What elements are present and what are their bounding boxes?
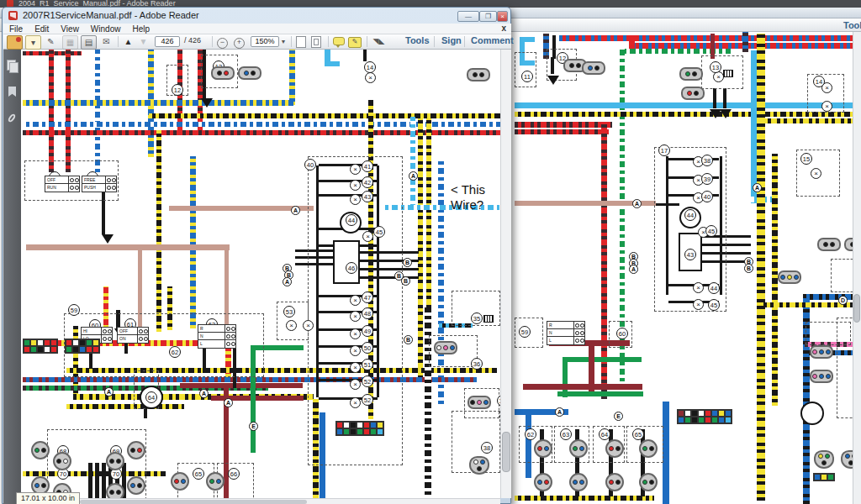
menu-view[interactable]: View bbox=[55, 24, 85, 34]
restore-button[interactable]: ❐ bbox=[479, 11, 497, 22]
previous-page-icon[interactable]: ▲ bbox=[121, 35, 135, 48]
component-number: 12 bbox=[172, 84, 183, 96]
attachments-icon[interactable] bbox=[7, 113, 18, 125]
bulb-icon: × bbox=[350, 345, 361, 356]
connector-tri-icon bbox=[469, 456, 489, 475]
component-box bbox=[831, 259, 853, 292]
compose-icon[interactable]: ✎ bbox=[44, 35, 58, 48]
wire-letter: A bbox=[555, 407, 564, 417]
menu-edit[interactable]: Edit bbox=[29, 24, 55, 34]
close-document-icon[interactable]: x bbox=[501, 24, 506, 34]
wire bbox=[515, 496, 654, 501]
background-vertical-scrollbar[interactable] bbox=[853, 32, 861, 504]
menu-help[interactable]: Help bbox=[126, 24, 156, 34]
open-icon[interactable] bbox=[7, 35, 23, 50]
bookmarks-icon[interactable] bbox=[7, 87, 18, 98]
close-button[interactable]: × bbox=[497, 11, 508, 22]
scrollbar-thumb[interactable] bbox=[502, 432, 510, 472]
wire bbox=[23, 377, 477, 382]
wire-letter: A bbox=[104, 387, 114, 396]
connector-oval-icon bbox=[211, 66, 235, 80]
print-icon[interactable]: ▤ bbox=[81, 35, 97, 50]
connector-tri-icon bbox=[841, 450, 853, 469]
background-scrollbar-thumb[interactable] bbox=[853, 294, 860, 323]
component-number: 15 bbox=[800, 153, 812, 165]
ground-arrow-icon bbox=[102, 234, 114, 244]
zoom-dropdown-icon[interactable]: ▼ bbox=[279, 35, 288, 48]
sign-button[interactable]: Sign bbox=[441, 35, 462, 45]
bulb-icon: × bbox=[350, 194, 361, 205]
page-number-input[interactable]: 426 bbox=[155, 36, 180, 47]
wiring-diagram-2007: ××××××××××××××12131440414243444546474849… bbox=[23, 50, 500, 498]
bulb-icon: × bbox=[350, 379, 361, 390]
sign-pen-icon[interactable]: ✎ bbox=[348, 37, 362, 48]
connector-oval-icon bbox=[681, 87, 705, 100]
minimize-button[interactable]: — bbox=[457, 11, 479, 22]
wire-letter: B bbox=[403, 258, 412, 267]
zoom-out-icon[interactable]: − bbox=[215, 35, 230, 48]
fit-page-icon[interactable] bbox=[311, 36, 321, 48]
email-icon[interactable]: ✉ bbox=[99, 35, 114, 48]
connector-round-icon bbox=[127, 476, 145, 495]
zoom-in-icon[interactable]: + bbox=[232, 35, 246, 48]
bulb-icon: × bbox=[693, 282, 704, 293]
connector-round-icon bbox=[53, 452, 71, 470]
next-page-icon[interactable]: ▼ bbox=[136, 35, 151, 48]
connector-oval-icon bbox=[817, 238, 841, 251]
comment-bubble-icon[interactable] bbox=[333, 37, 345, 45]
component-number: 41 bbox=[362, 160, 373, 172]
wire bbox=[156, 130, 161, 332]
toolbar: ▾ ✎ ▦ ▤ ✉ ▲ ▼ 426 / 426 − + 150% ▼ ✎ ◥◣ … bbox=[3, 34, 511, 50]
vertical-scrollbar[interactable] bbox=[500, 50, 511, 498]
comment-button[interactable]: Comment bbox=[471, 35, 514, 45]
menu-bar: FileEditViewWindowHelp x bbox=[3, 24, 511, 34]
component-number: 65 bbox=[193, 468, 204, 480]
pdf-file-icon bbox=[7, 0, 13, 7]
component-number: 44 bbox=[684, 209, 696, 221]
component-number: 40 bbox=[304, 159, 316, 171]
wire bbox=[289, 50, 295, 105]
component-number: 48 bbox=[362, 307, 373, 319]
ground-arrow-icon bbox=[547, 76, 559, 85]
wire-letter: A bbox=[283, 277, 292, 286]
menu-window[interactable]: Window bbox=[85, 24, 127, 34]
convert-icon[interactable]: ▾ bbox=[25, 35, 41, 50]
switch-table: FREEPUSH bbox=[82, 176, 117, 192]
bulb-icon: × bbox=[286, 320, 297, 331]
scroll-mode-icon[interactable] bbox=[296, 36, 306, 48]
zoom-level-input[interactable]: 150% bbox=[251, 36, 279, 47]
background-tools-button[interactable]: Tools bbox=[843, 20, 861, 30]
tools-button[interactable]: Tools bbox=[405, 35, 430, 45]
component-number: 60 bbox=[616, 328, 628, 339]
component-number: 49 bbox=[362, 325, 373, 337]
component-number: 42 bbox=[362, 176, 373, 188]
bulb-icon: × bbox=[811, 168, 821, 179]
save-icon[interactable]: ▦ bbox=[62, 35, 78, 50]
page-thumbnails-icon[interactable] bbox=[7, 60, 18, 71]
wire-letter: E bbox=[249, 422, 258, 431]
wire bbox=[751, 50, 757, 203]
component-number: 50 bbox=[362, 342, 373, 354]
wire bbox=[772, 154, 778, 406]
connector-round-icon bbox=[106, 483, 124, 498]
switch-table: OFFRUN bbox=[45, 176, 80, 192]
connector-round-icon bbox=[639, 473, 658, 491]
horizontal-scrollbar[interactable] bbox=[21, 498, 500, 504]
document-size-tooltip: 17.01 x 10.00 in bbox=[16, 492, 80, 504]
wire bbox=[66, 50, 71, 172]
front-window-title: 2007R1ServiceManual.pdf - Adobe Reader bbox=[23, 10, 199, 20]
component-number: 45 bbox=[705, 225, 717, 237]
scrollbar-thumb[interactable] bbox=[80, 500, 307, 504]
bulb-icon: × bbox=[350, 180, 361, 191]
expand-panes-icon[interactable]: ◥◣ bbox=[372, 35, 386, 48]
resistor-icon bbox=[483, 315, 494, 323]
connector-oval-icon bbox=[434, 341, 457, 354]
menu-file[interactable]: File bbox=[3, 24, 29, 34]
connector-oval-icon bbox=[679, 67, 703, 81]
front-window-titlebar[interactable]: 2007R1ServiceManual.pdf - Adobe Reader bbox=[3, 8, 510, 24]
bulb-icon: × bbox=[303, 320, 314, 331]
connector-round-icon bbox=[534, 473, 552, 491]
bulb-icon: × bbox=[350, 164, 361, 175]
wire-letter: A bbox=[753, 183, 762, 192]
wire bbox=[66, 404, 184, 409]
